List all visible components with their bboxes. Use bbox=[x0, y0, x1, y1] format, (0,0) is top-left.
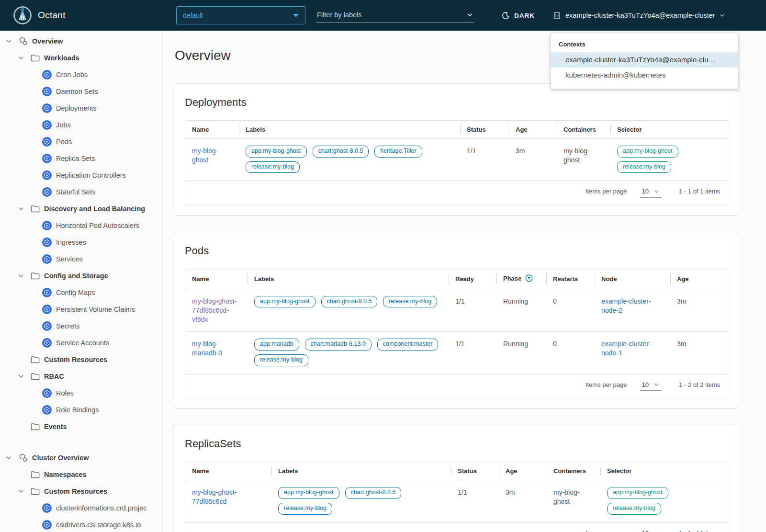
sidebar-item-overview[interactable]: Overview bbox=[0, 33, 162, 49]
sidebar-item-daemon-sets[interactable]: Daemon Sets bbox=[0, 83, 162, 100]
sidebar-item-label: csidrivers.csi.storage.k8s.io bbox=[56, 521, 141, 529]
column-header-label: Name bbox=[192, 467, 209, 475]
chevron-down-icon[interactable] bbox=[18, 206, 31, 212]
items-per-page-select[interactable]: 10 bbox=[640, 529, 662, 532]
resource-link[interactable]: my-blog-mariadb-0 bbox=[192, 340, 222, 357]
sidebar-item-persistent-volume-claims[interactable]: Persistent Volume Claims bbox=[0, 301, 162, 317]
sidebar-item-config-maps[interactable]: Config Maps bbox=[0, 284, 162, 301]
dark-label: DARK bbox=[514, 12, 535, 19]
sidebar-item-horizontal-pod-autoscalers[interactable]: Horizontal Pod Autoscalers bbox=[0, 217, 162, 234]
resource-link[interactable]: my-blog-ghost-77df85c6cd bbox=[192, 488, 237, 505]
sidebar-item-secrets[interactable]: Secrets bbox=[0, 317, 162, 334]
chevron-down-icon[interactable] bbox=[18, 55, 31, 61]
column-header-age[interactable]: Age bbox=[499, 462, 547, 480]
column-header-labels[interactable]: Labels bbox=[239, 121, 460, 139]
sidebar-item-jobs[interactable]: Jobs bbox=[0, 116, 162, 133]
sidebar-item-csidrivers-csi-storage-k8s-io[interactable]: csidrivers.csi.storage.k8s.io bbox=[0, 516, 162, 532]
items-per-page-select[interactable]: 10 bbox=[640, 187, 662, 198]
table-cell: my-blog-ghost bbox=[557, 139, 610, 181]
sidebar: OverviewWorkloadsCron JobsDaemon SetsDep… bbox=[0, 31, 163, 532]
chevron-down-icon[interactable] bbox=[18, 488, 31, 494]
brand: Octant bbox=[13, 0, 66, 31]
table-cell: 1/1 bbox=[460, 139, 509, 181]
context-menu-item[interactable]: example-cluster-ka3TuTzYo4a@example-clu… bbox=[551, 52, 738, 68]
sidebar-item-cluster-overview[interactable]: Cluster Overview bbox=[0, 449, 162, 466]
resource-link[interactable]: example-cluster-node-2 bbox=[601, 297, 651, 314]
label-tag: heritage:Tiller bbox=[374, 146, 422, 158]
table-cell: 3m bbox=[670, 289, 728, 332]
sidebar-item-custom-resources[interactable]: Custom Resources bbox=[0, 351, 162, 368]
items-per-page-select[interactable]: 10 bbox=[640, 381, 662, 391]
sidebar-item-config-and-storage[interactable]: Config and Storage bbox=[0, 267, 162, 284]
column-header-name[interactable]: Name bbox=[185, 269, 248, 289]
column-header-selector[interactable]: Selector bbox=[610, 121, 728, 139]
overview-icon bbox=[18, 453, 28, 462]
filter-icon[interactable] bbox=[525, 274, 533, 283]
sidebar-item-replication-controllers[interactable]: Replication Controllers bbox=[0, 167, 162, 183]
table-row: my-blog-ghostapp:my-blog-ghostchart:ghos… bbox=[185, 139, 728, 181]
column-header-containers[interactable]: Containers bbox=[557, 121, 610, 139]
sidebar-item-service-accounts[interactable]: Service Accounts bbox=[0, 334, 162, 351]
column-header-status[interactable]: Status bbox=[451, 462, 499, 480]
items-per-page-value: 10 bbox=[642, 529, 649, 532]
table-cell: example-cluster-node-1 bbox=[595, 331, 670, 374]
column-header-node[interactable]: Node bbox=[595, 269, 670, 289]
chevron-down-icon[interactable] bbox=[467, 11, 473, 20]
resource-link[interactable]: my-blog-ghost bbox=[192, 147, 218, 164]
k8s-secret-icon bbox=[42, 321, 52, 331]
resource-link[interactable]: example-cluster-node-1 bbox=[601, 340, 651, 357]
column-header-labels[interactable]: Labels bbox=[248, 269, 449, 289]
sidebar-item-cron-jobs[interactable]: Cron Jobs bbox=[0, 66, 162, 83]
column-header-age[interactable]: Age bbox=[670, 269, 728, 289]
column-header-age[interactable]: Age bbox=[509, 121, 557, 139]
column-header-phase[interactable]: Phase bbox=[496, 269, 546, 289]
sidebar-item-custom-resources[interactable]: Custom Resources bbox=[0, 483, 162, 499]
table-cell: 3m bbox=[499, 480, 547, 522]
chevron-down-icon[interactable] bbox=[18, 374, 31, 379]
sidebar-item-workloads[interactable]: Workloads bbox=[0, 49, 162, 66]
column-header-ready[interactable]: Ready bbox=[449, 269, 496, 289]
column-header-status[interactable]: Status bbox=[460, 121, 509, 139]
sidebar-item-clusterinformations-crd-projec[interactable]: clusterinformations.crd.projec bbox=[0, 499, 162, 516]
column-header-restarts[interactable]: Restarts bbox=[546, 269, 595, 289]
sidebar-item-rbac[interactable]: RBAC bbox=[0, 368, 162, 385]
sidebar-item-label: Stateful Sets bbox=[56, 188, 95, 196]
column-header-name[interactable]: Name bbox=[185, 462, 271, 480]
context-switcher[interactable]: example-cluster-ka3TuTzYo4a@example-clus… bbox=[553, 0, 725, 31]
column-header-name[interactable]: Name bbox=[185, 121, 239, 139]
sidebar-item-label: Services bbox=[56, 255, 83, 263]
sidebar-item-pods[interactable]: Pods bbox=[0, 133, 162, 150]
context-menu-item[interactable]: kubernetes-admin@kubernetes bbox=[551, 68, 738, 83]
dark-theme-toggle[interactable]: DARK bbox=[502, 0, 535, 31]
sidebar-item-services[interactable]: Services bbox=[0, 250, 162, 267]
pagination-range: 1 - 1 of 1 items bbox=[679, 188, 720, 195]
k8s-serviceaccount-icon bbox=[42, 338, 52, 348]
sidebar-item-stateful-sets[interactable]: Stateful Sets bbox=[0, 183, 162, 200]
data-table: NameLabelsStatusAgeContainersSelectormy-… bbox=[185, 120, 728, 205]
column-header-containers[interactable]: Containers bbox=[547, 462, 600, 480]
chevron-down-icon[interactable] bbox=[6, 455, 18, 461]
namespace-select[interactable]: default bbox=[176, 6, 305, 24]
sidebar-item-role-bindings[interactable]: Role Bindings bbox=[0, 401, 162, 418]
sidebar-item-ingresses[interactable]: Ingresses bbox=[0, 234, 162, 250]
sidebar-item-events[interactable]: Events bbox=[0, 418, 162, 435]
filter-labels-input[interactable] bbox=[316, 10, 474, 23]
column-header-label: Age bbox=[516, 126, 528, 133]
sidebar-item-label: Cron Jobs bbox=[56, 71, 88, 79]
sidebar-item-replica-sets[interactable]: Replica Sets bbox=[0, 150, 162, 167]
folder-icon bbox=[31, 356, 40, 363]
sidebar-item-discovery-and-load-balancing[interactable]: Discovery and Load Balancing bbox=[0, 200, 162, 217]
sidebar-item-roles[interactable]: Roles bbox=[0, 385, 162, 401]
context-menu: Contexts example-cluster-ka3TuTzYo4a@exa… bbox=[551, 33, 738, 89]
main-content: Overview DeploymentsNameLabelsStatusAgeC… bbox=[163, 31, 766, 532]
sidebar-item-label: Config and Storage bbox=[44, 272, 108, 280]
chevron-down-icon[interactable] bbox=[18, 273, 31, 279]
k8s-rolebinding-icon bbox=[42, 405, 52, 415]
chevron-down-icon[interactable] bbox=[6, 38, 18, 44]
sidebar-item-label: Daemon Sets bbox=[56, 88, 98, 95]
resource-link[interactable]: my-blog-ghost-77df85c6cd-vf6dx bbox=[192, 297, 237, 323]
sidebar-item-deployments[interactable]: Deployments bbox=[0, 100, 162, 116]
column-header-labels[interactable]: Labels bbox=[271, 462, 451, 480]
column-header-selector[interactable]: Selector bbox=[600, 462, 728, 480]
sidebar-item-namespaces[interactable]: Namespaces bbox=[0, 466, 162, 483]
